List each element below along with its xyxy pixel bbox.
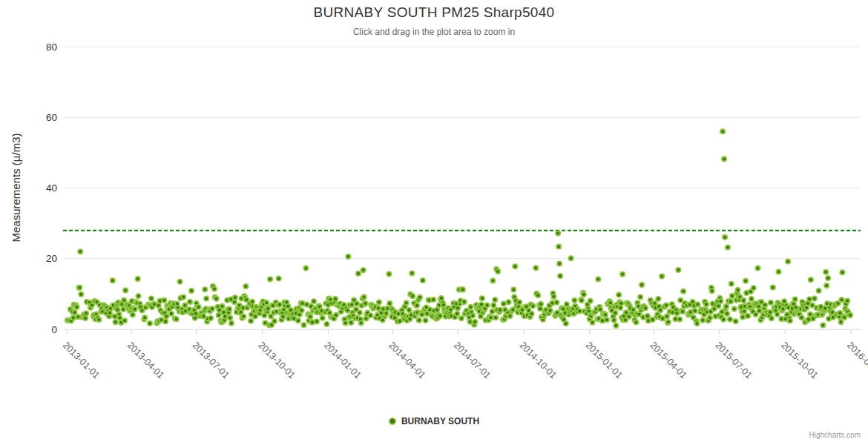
data-point[interactable]	[727, 317, 733, 323]
legend-item-burnaby-south[interactable]: BURNABY SOUTH	[0, 416, 868, 426]
data-point[interactable]	[77, 248, 83, 254]
data-point[interactable]	[770, 285, 776, 291]
data-point[interactable]	[361, 294, 367, 300]
data-point[interactable]	[188, 288, 194, 294]
data-point[interactable]	[692, 308, 698, 314]
data-point[interactable]	[728, 299, 734, 305]
data-point[interactable]	[354, 300, 360, 306]
data-point[interactable]	[785, 259, 791, 265]
data-point[interactable]	[533, 265, 539, 271]
data-point[interactable]	[122, 288, 128, 294]
data-point[interactable]	[460, 286, 466, 292]
data-point[interactable]	[490, 277, 496, 283]
data-point[interactable]	[248, 318, 254, 324]
data-point[interactable]	[740, 314, 746, 320]
data-point[interactable]	[454, 311, 460, 317]
data-point[interactable]	[416, 317, 422, 323]
data-point[interactable]	[227, 315, 233, 321]
data-point[interactable]	[659, 274, 665, 280]
data-point[interactable]	[367, 312, 373, 318]
data-point[interactable]	[510, 287, 516, 293]
data-point[interactable]	[602, 312, 608, 317]
data-point[interactable]	[361, 267, 366, 273]
data-point[interactable]	[792, 297, 798, 303]
data-point[interactable]	[208, 315, 214, 321]
data-point[interactable]	[731, 306, 737, 312]
data-point[interactable]	[762, 302, 768, 308]
data-point[interactable]	[357, 310, 363, 316]
data-point[interactable]	[174, 316, 180, 322]
data-point[interactable]	[604, 317, 610, 323]
data-point[interactable]	[479, 295, 485, 301]
data-point[interactable]	[122, 317, 128, 323]
data-point[interactable]	[556, 260, 562, 266]
data-point[interactable]	[675, 267, 681, 273]
data-point[interactable]	[295, 317, 301, 323]
data-point[interactable]	[363, 300, 369, 306]
data-point[interactable]	[323, 321, 329, 327]
data-point[interactable]	[694, 320, 700, 326]
data-point[interactable]	[767, 309, 773, 315]
data-point[interactable]	[507, 313, 513, 319]
data-point[interactable]	[70, 314, 76, 320]
data-point[interactable]	[613, 323, 619, 329]
data-point[interactable]	[619, 271, 625, 277]
data-point[interactable]	[272, 318, 277, 324]
data-point[interactable]	[820, 323, 826, 329]
data-point[interactable]	[147, 320, 153, 326]
data-point[interactable]	[839, 269, 845, 275]
data-point[interactable]	[751, 285, 757, 291]
data-point[interactable]	[74, 304, 80, 310]
data-point[interactable]	[414, 303, 420, 309]
data-point[interactable]	[557, 273, 563, 279]
data-point[interactable]	[240, 314, 246, 320]
data-point[interactable]	[775, 312, 780, 317]
data-point[interactable]	[458, 315, 464, 321]
data-point[interactable]	[787, 318, 793, 324]
data-point[interactable]	[812, 296, 818, 302]
data-point[interactable]	[163, 314, 169, 320]
data-point[interactable]	[387, 300, 392, 306]
data-point[interactable]	[276, 276, 282, 282]
data-point[interactable]	[470, 313, 476, 319]
data-point[interactable]	[344, 307, 350, 313]
data-point[interactable]	[220, 303, 226, 309]
data-point[interactable]	[187, 299, 193, 305]
data-point[interactable]	[320, 315, 326, 321]
data-point[interactable]	[243, 283, 249, 289]
data-point[interactable]	[467, 304, 473, 310]
data-point[interactable]	[529, 311, 535, 317]
data-point[interactable]	[703, 301, 709, 307]
data-point[interactable]	[808, 277, 814, 283]
data-point[interactable]	[417, 294, 423, 300]
data-point[interactable]	[430, 297, 436, 303]
data-point[interactable]	[307, 314, 313, 320]
data-point[interactable]	[721, 156, 727, 162]
data-point[interactable]	[722, 234, 728, 240]
data-point[interactable]	[203, 296, 209, 302]
data-point[interactable]	[386, 271, 392, 277]
data-point[interactable]	[211, 286, 217, 292]
data-point[interactable]	[348, 320, 354, 326]
data-point[interactable]	[590, 320, 596, 326]
data-point[interactable]	[637, 294, 643, 300]
data-point[interactable]	[497, 307, 503, 313]
data-point[interactable]	[263, 300, 269, 306]
data-point[interactable]	[180, 294, 186, 300]
data-point[interactable]	[823, 269, 829, 275]
data-point[interactable]	[332, 296, 338, 302]
data-point[interactable]	[303, 266, 309, 271]
data-point[interactable]	[136, 293, 142, 299]
data-point[interactable]	[484, 303, 490, 309]
data-point[interactable]	[506, 299, 512, 305]
data-point[interactable]	[177, 279, 183, 285]
data-point[interactable]	[707, 315, 713, 321]
data-point[interactable]	[579, 297, 585, 303]
data-point[interactable]	[355, 271, 361, 277]
data-point[interactable]	[420, 277, 426, 283]
data-point[interactable]	[700, 317, 706, 323]
data-point[interactable]	[776, 268, 782, 274]
data-point[interactable]	[83, 311, 89, 317]
data-point[interactable]	[729, 293, 735, 299]
data-point[interactable]	[741, 309, 747, 314]
